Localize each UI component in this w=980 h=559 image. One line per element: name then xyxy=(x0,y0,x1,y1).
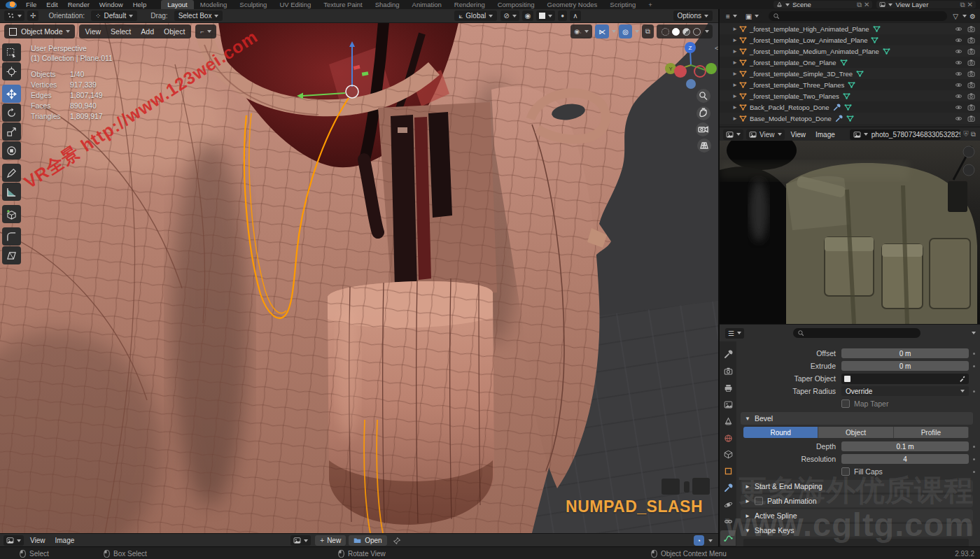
snap-settings-icon[interactable]: ⊘ xyxy=(500,10,519,21)
rendered-shading-icon[interactable] xyxy=(693,28,701,36)
3d-viewport[interactable]: Z Y < xyxy=(0,22,718,533)
tool-measure[interactable] xyxy=(2,183,21,201)
scene-selector[interactable]: Scene ⧉ ✕ xyxy=(774,1,873,8)
outliner-item[interactable]: ► _forest_template_Simple_3D_Tree xyxy=(720,68,980,79)
hide-in-viewport-icon[interactable] xyxy=(955,92,962,100)
bevel-panel-header[interactable]: ▼ Bevel xyxy=(741,412,973,425)
tool-corner[interactable] xyxy=(2,227,21,246)
view-menu[interactable]: View xyxy=(80,27,106,36)
properties-options-icon[interactable] xyxy=(972,332,976,334)
new-layer-icon[interactable]: ⧉ xyxy=(960,1,965,9)
new-scene-icon[interactable]: ⧉ xyxy=(857,1,862,9)
editor-type-dropdown[interactable] xyxy=(723,129,743,140)
delete-layer-icon[interactable]: ✕ xyxy=(967,1,973,8)
tab-object[interactable] xyxy=(720,464,736,479)
image-menu[interactable]: Image xyxy=(50,537,80,544)
disable-in-render-icon[interactable] xyxy=(967,48,975,55)
hide-in-viewport-icon[interactable] xyxy=(955,25,962,33)
outliner-item[interactable]: ► Back_Packl_Retopo_Done xyxy=(720,101,980,113)
disable-in-render-icon[interactable] xyxy=(967,36,975,44)
eyedropper-icon[interactable] xyxy=(959,375,966,382)
hide-in-viewport-icon[interactable] xyxy=(955,36,962,44)
taper-radius-dropdown[interactable]: Override xyxy=(841,386,969,396)
annotation-tool-button[interactable]: ◔ xyxy=(694,535,704,546)
mode-dropdown[interactable]: Object Mode xyxy=(4,24,75,38)
tool-rotate[interactable] xyxy=(2,104,21,122)
workspace-tab-sculpting[interactable]: Sculpting xyxy=(233,0,273,9)
properties-editor-type-icon[interactable]: ☰ xyxy=(725,328,744,339)
hide-in-viewport-icon[interactable] xyxy=(955,59,962,66)
disable-in-render-icon[interactable] xyxy=(967,92,975,100)
start-end-mapping-panel[interactable]: ► Start & End Mapping xyxy=(741,480,973,493)
tool-shear[interactable] xyxy=(2,246,21,264)
workspace-tab-texture-paint[interactable]: Texture Paint xyxy=(317,0,368,9)
expand-icon[interactable]: ► xyxy=(731,59,739,66)
move-tool-settings-icon[interactable]: ✢ xyxy=(27,10,38,21)
outliner-options-icon[interactable]: ⚙ xyxy=(969,13,976,20)
image-zoom-out-button[interactable] xyxy=(963,164,974,176)
outliner-search[interactable] xyxy=(769,11,947,21)
disable-in-render-icon[interactable] xyxy=(967,70,975,78)
hide-in-viewport-icon[interactable] xyxy=(955,104,962,111)
workspace-tab-scripting[interactable]: Scripting xyxy=(603,0,642,9)
fake-user-shield-icon[interactable]: ⛨ xyxy=(963,130,969,139)
new-image-button[interactable]: +New xyxy=(315,535,346,546)
add-menu[interactable]: Add xyxy=(136,27,159,36)
proportional-falloff-icon[interactable]: ◉ xyxy=(522,10,534,21)
display-channels-dropdown[interactable]: View xyxy=(746,129,785,140)
menu-file[interactable]: File xyxy=(21,1,41,8)
disable-in-render-icon[interactable] xyxy=(967,59,975,66)
menu-render[interactable]: Render xyxy=(63,1,94,8)
tab-object-data[interactable] xyxy=(720,530,736,546)
disable-in-render-icon[interactable] xyxy=(967,25,975,33)
transform-space-dropdown[interactable]: ⟀ Global xyxy=(454,10,497,21)
workspace-tab-rendering[interactable]: Rendering xyxy=(448,0,491,9)
properties-search[interactable] xyxy=(793,328,920,338)
outliner-item[interactable]: ► _forest_template_Two_Planes xyxy=(720,90,980,101)
object-menu[interactable]: Object xyxy=(159,27,190,36)
wireframe-shading-icon[interactable] xyxy=(662,28,669,36)
hide-in-viewport-icon[interactable] xyxy=(955,81,962,89)
outliner-item[interactable]: ► Base_Model_Retopo_Done xyxy=(720,113,980,124)
bevel-profile-tab[interactable]: Profile xyxy=(894,427,969,438)
disable-in-render-icon[interactable] xyxy=(967,104,975,111)
outliner-item[interactable]: ► _forest_template_High_Animated_Plane xyxy=(720,23,980,34)
options-dropdown[interactable]: Options xyxy=(673,10,713,21)
tab-tool[interactable] xyxy=(720,347,736,362)
tab-modifiers[interactable] xyxy=(720,481,736,496)
expand-icon[interactable]: ► xyxy=(731,71,739,77)
transform-pivot-dropdown[interactable]: ⌐ xyxy=(195,24,216,38)
selectability-filter-dropdown[interactable]: ◉˒ xyxy=(570,24,592,38)
disable-in-render-icon[interactable] xyxy=(967,115,975,122)
falloff-curve-icon[interactable]: ∧ xyxy=(570,10,580,21)
depth-input[interactable]: 0.1 m xyxy=(841,441,969,451)
tool-select-box[interactable] xyxy=(2,43,21,62)
outliner-filter-collection-icon[interactable]: ▣ xyxy=(743,11,762,22)
expand-icon[interactable]: ► xyxy=(731,26,739,32)
outliner-item[interactable]: ► _forest_template_Medium_Animated_Plane xyxy=(720,45,980,57)
image-zoom-in-button[interactable] xyxy=(963,146,974,157)
image-view-menu[interactable]: View xyxy=(786,131,811,139)
tab-collection[interactable] xyxy=(720,447,736,462)
image-image-menu[interactable]: Image xyxy=(811,131,840,139)
tab-scene[interactable] xyxy=(720,413,736,429)
snap-toggle[interactable]: ⋉ xyxy=(595,24,609,38)
workspace-tab-uv-editing[interactable]: UV Editing xyxy=(273,0,317,9)
tab-constraints[interactable] xyxy=(720,514,736,529)
outliner-item[interactable]: ► _forest_template_Three_Planes xyxy=(720,79,980,90)
tool-annotate[interactable] xyxy=(2,164,21,182)
outliner-item[interactable]: ► _forest_template_One_Plane xyxy=(720,57,980,68)
tool-cursor[interactable] xyxy=(2,62,21,80)
active-spline-panel[interactable]: ► Active Spline xyxy=(741,509,973,522)
map-taper-checkbox[interactable] xyxy=(841,399,850,408)
image-browse-dropdown[interactable] xyxy=(290,535,311,546)
tool-scale[interactable] xyxy=(2,122,21,141)
offset-input[interactable]: 0 m xyxy=(841,348,969,358)
editor-type-dropdown[interactable] xyxy=(4,535,24,546)
chevron-down-icon[interactable] xyxy=(708,539,713,542)
shape-keys-panel[interactable]: ▼ Shape Keys xyxy=(741,524,973,537)
expand-icon[interactable]: ► xyxy=(731,48,739,55)
expand-icon[interactable]: ► xyxy=(731,93,739,99)
outliner-display-mode[interactable]: ≡ xyxy=(723,11,740,22)
path-animation-checkbox[interactable] xyxy=(755,497,763,505)
